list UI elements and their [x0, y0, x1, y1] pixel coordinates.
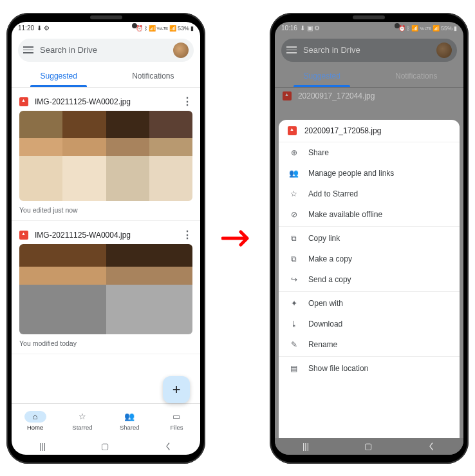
menu-item-label: Share	[308, 148, 329, 157]
file-thumbnail[interactable]	[19, 244, 192, 334]
search-bar[interactable]: Search in Drive	[18, 39, 194, 62]
star-icon: ☆	[289, 189, 299, 198]
file-card[interactable]: IMG-20211125-WA0004.jpg ⋮ You modified t…	[12, 221, 200, 354]
status-left-icons: ⬇ ▣ ⚙	[300, 24, 321, 32]
image-file-icon	[283, 91, 292, 100]
menu-item-label: Add to Starred	[308, 189, 358, 198]
menu-icon[interactable]	[23, 46, 33, 53]
menu-item[interactable]: ✦Open with	[279, 293, 460, 314]
bottom-nav: ⌂ Home ☆ Starred 👥 Shared ▭ Files	[12, 403, 200, 438]
back-button[interactable]: く	[164, 441, 172, 452]
file-name: IMG-20211125-WA0004.jpg	[35, 231, 176, 240]
bluetooth-icon: ᛒ	[144, 25, 147, 32]
menu-item[interactable]: ⊘Make available offline	[279, 204, 460, 225]
tab-notifications[interactable]: Notifications	[106, 66, 201, 87]
image-file-icon	[288, 126, 297, 135]
file-meta: You modified today	[19, 334, 192, 348]
image-file-icon	[19, 231, 28, 240]
file-card[interactable]: IMG-20211125-WA0002.jpg ⋮ You edited jus…	[12, 88, 200, 221]
menu-icon[interactable]	[286, 46, 297, 53]
menu-item[interactable]: ⧉Make a copy	[279, 249, 460, 269]
menu-separator	[279, 291, 460, 292]
tab-notifications[interactable]: Notifications	[369, 66, 463, 87]
menu-item[interactable]: ⊕Share	[279, 142, 460, 163]
file-name: IMG-20211125-WA0002.jpg	[35, 97, 176, 106]
nav-label: Files	[170, 424, 183, 431]
link-icon: ⧉	[289, 234, 299, 243]
people-icon: 👥	[289, 169, 299, 178]
menu-item-label: Show file location	[308, 364, 368, 373]
offline-icon: ⊘	[289, 210, 299, 219]
home-button[interactable]: ▢	[101, 441, 109, 451]
nav-label: Starred	[72, 424, 92, 431]
rename-icon: ✎	[289, 340, 299, 349]
nav-label: Shared	[120, 424, 140, 431]
tabs: Suggested Notifications	[12, 66, 200, 88]
status-bar: 10:16 ⬇ ▣ ⚙ ⏰ ᛒ 📶 VoLTE 📶 55% ▮	[275, 22, 463, 35]
menu-item[interactable]: ✎Rename	[279, 334, 460, 355]
nav-files[interactable]: ▭ Files	[153, 404, 200, 438]
wifi-icon: 📶	[411, 25, 418, 32]
nav-home[interactable]: ⌂ Home	[12, 404, 59, 438]
fab-new-button[interactable]: +	[163, 376, 190, 403]
flow-arrow-icon	[218, 225, 257, 251]
search-input[interactable]: Search in Drive	[303, 45, 430, 55]
menu-item[interactable]: ⧉Copy link	[279, 228, 460, 249]
avatar[interactable]	[173, 43, 189, 58]
menu-item[interactable]: ▤Show file location	[279, 358, 460, 379]
nav-shared[interactable]: 👥 Shared	[106, 404, 153, 438]
status-bar: 11:20 ⬇ ⚙ ⏰ ᛒ 📶 VoLTE 📶 53% ▮	[12, 22, 200, 35]
menu-item[interactable]: ☆Add to Starred	[279, 184, 460, 204]
status-time: 11:20	[18, 24, 34, 32]
battery-icon: ▮	[454, 25, 457, 32]
sheet-header: 20200917_172058.jpg	[279, 120, 460, 142]
menu-item-label: Download	[308, 319, 342, 328]
menu-item[interactable]: ↪Send a copy	[279, 269, 460, 290]
tab-suggested[interactable]: Suggested	[275, 66, 369, 87]
status-time: 10:16	[281, 24, 297, 32]
system-nav: ||| ▢ く	[275, 438, 463, 455]
more-icon[interactable]: ⋮	[182, 229, 192, 241]
alarm-icon: ⏰	[398, 25, 405, 32]
screen-right: 10:16 ⬇ ▣ ⚙ ⏰ ᛒ 📶 VoLTE 📶 55% ▮ Search i…	[275, 22, 463, 455]
menu-item-label: Make available offline	[308, 210, 382, 219]
more-icon[interactable]: ⋮	[182, 95, 192, 108]
folder-icon: ▭	[172, 412, 180, 421]
search-bar[interactable]: Search in Drive	[281, 39, 457, 62]
file-thumbnail[interactable]	[19, 111, 192, 201]
signal-icon: 📶	[169, 25, 176, 32]
status-left-icons: ⬇ ⚙	[37, 24, 50, 32]
menu-item-label: Open with	[308, 299, 343, 308]
open-with-icon: ✦	[289, 299, 299, 308]
menu-separator	[279, 226, 460, 227]
back-button[interactable]: く	[427, 441, 436, 452]
avatar[interactable]	[436, 43, 452, 58]
menu-item[interactable]: ⭳Download	[279, 314, 460, 334]
tab-suggested[interactable]: Suggested	[12, 66, 106, 87]
battery-icon: ▮	[191, 25, 194, 32]
home-icon: ⌂	[33, 412, 38, 421]
recents-button[interactable]: |||	[303, 441, 309, 451]
bluetooth-icon: ᛒ	[407, 25, 410, 32]
signal-icon: 📶	[433, 25, 440, 32]
nav-starred[interactable]: ☆ Starred	[59, 404, 106, 438]
nav-label: Home	[27, 424, 43, 431]
shared-icon: 👥	[124, 412, 135, 421]
home-button[interactable]: ▢	[364, 441, 372, 451]
search-input[interactable]: Search in Drive	[40, 45, 167, 55]
file-list: IMG-20211125-WA0002.jpg ⋮ You edited jus…	[12, 88, 200, 403]
send-icon: ↪	[289, 275, 299, 284]
menu-item-label: Send a copy	[308, 275, 351, 284]
tabs: Suggested Notifications	[275, 66, 463, 88]
system-nav: ||| ▢ く	[12, 438, 200, 455]
person-plus-icon: ⊕	[289, 148, 299, 157]
star-icon: ☆	[79, 412, 86, 421]
background-file-row: 20200917_172044.jpg	[275, 88, 463, 104]
file-meta: You edited just now	[19, 201, 192, 215]
alarm-icon: ⏰	[136, 25, 143, 32]
phone-left: 11:20 ⬇ ⚙ ⏰ ᛒ 📶 VoLTE 📶 53% ▮ Search in …	[6, 13, 205, 464]
menu-item-label: Manage people and links	[308, 169, 394, 178]
menu-item[interactable]: 👥Manage people and links	[279, 163, 460, 184]
action-sheet: 20200917_172058.jpg ⊕Share👥Manage people…	[279, 120, 460, 438]
recents-button[interactable]: |||	[39, 441, 46, 451]
